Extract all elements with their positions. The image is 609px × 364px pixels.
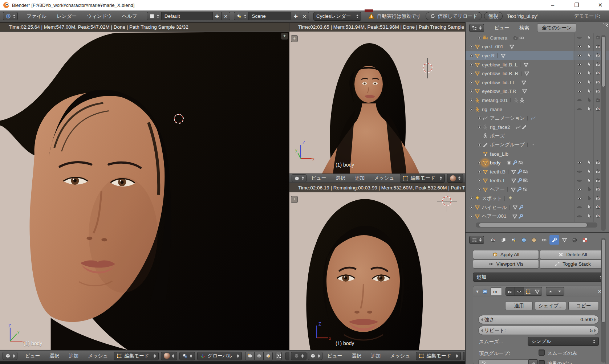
visibility-eye-toggle[interactable]	[575, 44, 584, 49]
object-name[interactable]: アニメーション	[490, 115, 525, 122]
tab-scene-tab[interactable]	[509, 235, 519, 245]
object-name[interactable]: rig_face2	[490, 124, 510, 130]
visibility-eye-toggle[interactable]	[575, 204, 584, 210]
toggle-stack-button[interactable]: Toggle Stack	[540, 259, 606, 269]
outliner-view-menu[interactable]: ビュー	[489, 25, 514, 31]
reload-trusted-button[interactable]: 信頼してリロード	[426, 12, 482, 20]
menu-view[interactable]: ビュー	[20, 353, 45, 359]
expand-icon[interactable]	[476, 187, 482, 192]
object-name[interactable]: eye.L.001	[482, 44, 503, 49]
selectability-toggle[interactable]	[584, 62, 593, 67]
menu-window[interactable]: ウィンドウ	[82, 13, 117, 20]
props-vscrollbar[interactable]	[601, 238, 606, 363]
selectability-toggle[interactable]	[584, 204, 593, 210]
expand-icon[interactable]	[468, 44, 474, 49]
visibility-eye-toggle[interactable]	[575, 97, 584, 103]
outliner-row[interactable]: スポット	[466, 194, 609, 203]
selectability-toggle[interactable]	[584, 79, 593, 85]
visibility-eye-toggle[interactable]	[575, 169, 584, 174]
visibility-eye-toggle[interactable]	[575, 89, 584, 94]
expand-icon[interactable]	[476, 36, 482, 40]
move-modifier-up-button[interactable]	[546, 287, 555, 296]
outliner-row[interactable]: ボーングループ	[466, 140, 609, 150]
outliner-row[interactable]: eye.R	[466, 51, 609, 60]
visibility-eye-toggle[interactable]	[575, 79, 584, 85]
object-name[interactable]: eye.R	[482, 53, 495, 58]
outliner-filter-dropdown[interactable]: 全てのシーン	[537, 23, 576, 32]
expand-icon[interactable]	[468, 53, 474, 58]
visibility-eye-toggle[interactable]	[575, 178, 584, 183]
visibility-eye-toggle[interactable]	[575, 35, 584, 40]
render-display-button[interactable]	[291, 352, 306, 360]
modifier-apply-shape-button[interactable]: シェイプ...	[535, 301, 566, 310]
tab-modifiers-tab[interactable]	[549, 235, 559, 245]
visibility-eye-toggle[interactable]	[575, 70, 584, 76]
vertex-group-field[interactable]	[478, 359, 531, 364]
region-expand-tab-left[interactable]: +	[281, 33, 288, 40]
scene-delete-button[interactable]: ✕	[300, 12, 309, 20]
outliner-row[interactable]: ハイヒール	[466, 203, 609, 212]
menu-mesh[interactable]: メッシュ	[385, 353, 415, 359]
expand-icon[interactable]	[468, 62, 474, 67]
repeat-slider[interactable]: リピート:5	[478, 326, 599, 335]
viewport-left[interactable]: Time:02:25.64 | Mem:547.00M, Peak:547.02…	[0, 22, 289, 350]
render-visibility-toggle[interactable]	[506, 287, 515, 296]
outliner-row[interactable]: eye.L.001	[466, 42, 609, 52]
selectability-toggle[interactable]	[584, 70, 593, 76]
menu-add[interactable]: 追加	[64, 353, 83, 359]
outliner-row[interactable]: metarig.001	[466, 96, 609, 105]
manipulator-translate-button[interactable]	[245, 352, 255, 360]
selectability-toggle[interactable]	[584, 169, 593, 174]
pin-boundaries-checkbox[interactable]	[539, 360, 545, 364]
object-name[interactable]: metarig.001	[482, 98, 508, 103]
orientation-dropdown[interactable]: グローバル	[197, 352, 242, 360]
layout-delete-button[interactable]: ✕	[221, 12, 230, 20]
layout-add-button[interactable]: ✚	[212, 12, 222, 20]
manipulator-scale-button[interactable]	[263, 352, 273, 360]
outliner-row[interactable]: アニメーション	[466, 114, 609, 123]
expand-icon[interactable]	[468, 89, 474, 94]
visibility-eye-toggle[interactable]	[575, 187, 584, 192]
expand-triangle-icon[interactable]: ▼	[475, 289, 479, 294]
editor-type-selector[interactable]	[469, 24, 484, 32]
menu-add[interactable]: 追加	[350, 175, 369, 181]
visibility-eye-toggle[interactable]	[575, 62, 584, 67]
visibility-eye-toggle[interactable]	[575, 196, 584, 201]
scene-browse-button[interactable]	[234, 12, 249, 20]
menu-mesh[interactable]: メッシュ	[83, 353, 113, 359]
outliner-row[interactable]: eyeblow_lid.B..R	[466, 69, 609, 78]
tab-object-tab[interactable]	[529, 235, 539, 245]
scene-name-field[interactable]: Scene	[248, 12, 291, 20]
modifier-name-field[interactable]: m	[490, 287, 502, 296]
outliner-row[interactable]: face_Lib	[466, 150, 609, 159]
factor-slider[interactable]: 強さ:0.500	[478, 315, 599, 324]
object-name[interactable]: eyeblow_lid.B..L	[482, 62, 517, 68]
viewport-visibility-toggle[interactable]	[515, 287, 524, 296]
render-engine-dropdown[interactable]: Cyclesレンダー	[313, 12, 361, 21]
menu-view[interactable]: ビュー	[306, 175, 331, 181]
outliner-row[interactable]: rig_marie	[466, 105, 609, 114]
object-name[interactable]: face_Lib	[490, 151, 508, 157]
expand-icon[interactable]	[476, 125, 482, 130]
mode-dropdown[interactable]: 編集モード	[114, 352, 158, 360]
selectability-toggle[interactable]	[584, 213, 593, 219]
object-name[interactable]: teeth.B	[490, 169, 506, 175]
cursor-3d-left[interactable]	[174, 114, 183, 123]
selectability-toggle[interactable]	[584, 196, 593, 201]
render-display-button[interactable]	[285, 352, 289, 360]
selectability-toggle[interactable]	[584, 160, 593, 165]
expand-icon[interactable]	[468, 71, 474, 76]
expand-icon[interactable]	[468, 196, 474, 201]
editmode-display-toggle[interactable]	[524, 287, 533, 296]
menu-view[interactable]: ビュー	[322, 353, 347, 359]
object-name[interactable]: eyeblow_lid.T.L	[482, 80, 515, 85]
visibility-eye-toggle[interactable]	[575, 213, 584, 219]
selectability-toggle[interactable]	[584, 53, 593, 58]
cage-display-toggle[interactable]	[533, 287, 542, 296]
expand-icon[interactable]	[476, 160, 482, 165]
minimize-button[interactable]: –	[545, 0, 561, 10]
region-expand-tab-bottom-right[interactable]: +	[291, 196, 298, 203]
expand-icon[interactable]	[476, 169, 482, 174]
object-name[interactable]: スポット	[482, 195, 502, 202]
restore-button[interactable]: ❐	[569, 0, 585, 10]
